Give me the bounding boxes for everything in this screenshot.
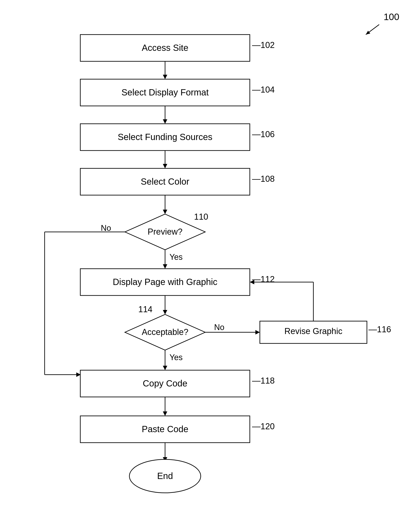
ref-108: —108	[252, 174, 275, 184]
acceptable-no-label: No	[214, 323, 224, 332]
ref-116: —116	[368, 325, 391, 334]
revise-graphic-label: Revise Graphic	[284, 326, 342, 336]
preview-yes-label: Yes	[170, 252, 183, 262]
svg-marker-26	[163, 411, 167, 416]
acceptable-yes-label: Yes	[170, 353, 183, 362]
ref-118: —118	[252, 376, 275, 385]
svg-marker-24	[163, 366, 167, 370]
svg-marker-7	[163, 164, 167, 168]
paste-code-label: Paste Code	[142, 424, 188, 434]
svg-marker-9	[163, 210, 167, 214]
preview-no-label: No	[101, 223, 111, 233]
ref-112: —112	[252, 274, 275, 284]
ref-102: —102	[252, 40, 275, 50]
ref-106: —106	[252, 130, 275, 139]
svg-marker-11	[163, 264, 167, 269]
ref-120: —120	[252, 422, 275, 431]
svg-marker-19	[255, 330, 260, 334]
display-page-graphic-label: Display Page with Graphic	[113, 277, 217, 287]
select-color-label: Select Color	[141, 177, 189, 186]
flowchart-diagram: 100 Access Site —102 Select Display Form…	[0, 0, 420, 510]
preview-label: Preview?	[148, 227, 182, 236]
svg-marker-17	[163, 310, 167, 314]
svg-marker-3	[163, 75, 167, 79]
ref-114: 114	[138, 305, 152, 314]
end-label: End	[157, 471, 173, 481]
ref-104: —104	[252, 85, 275, 94]
acceptable-label: Acceptable?	[142, 327, 188, 337]
select-display-format-label: Select Display Format	[121, 87, 209, 97]
ref-100: 100	[384, 12, 399, 22]
copy-code-label: Copy Code	[143, 378, 187, 388]
access-site-label: Access Site	[142, 43, 188, 53]
select-funding-sources-label: Select Funding Sources	[118, 132, 213, 142]
svg-marker-5	[163, 119, 167, 124]
ref-110: 110	[194, 212, 208, 222]
